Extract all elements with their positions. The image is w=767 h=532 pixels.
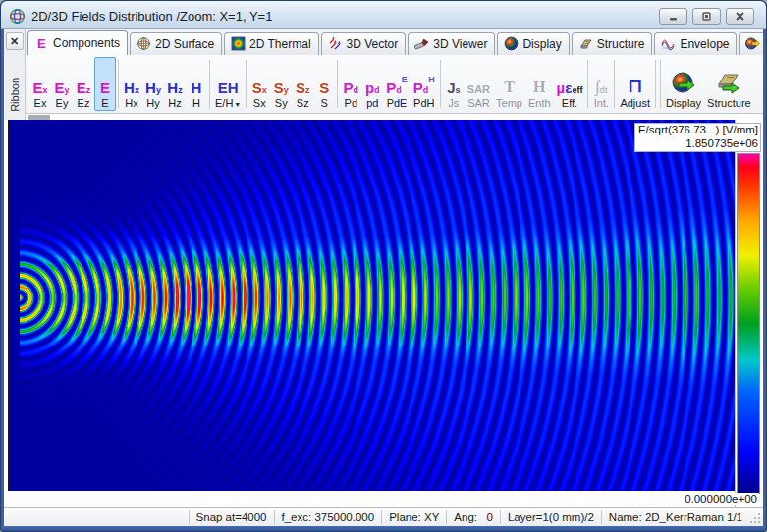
window-bottom-frame: [1, 526, 766, 532]
toolbar-button-sx[interactable]: SxSx: [248, 57, 270, 111]
toolbar-separator: [337, 60, 338, 108]
s-glyph: S: [319, 75, 329, 95]
tab-label: 3D Viewer: [433, 37, 487, 51]
toolbar-button-pd[interactable]: PdPd: [340, 57, 361, 111]
tab-3d-vector[interactable]: 3D Vector: [321, 32, 407, 55]
tab-3d-viewer[interactable]: 3D Viewer: [408, 32, 495, 55]
ex-glyph: Ex: [32, 75, 47, 95]
tab-envelope[interactable]: Envelope: [654, 32, 737, 55]
int-glyph: ∫dt: [595, 75, 608, 95]
toolbar-button-structure-view[interactable]: Structure: [704, 57, 754, 111]
pde-glyph: PdE: [386, 75, 408, 95]
toolbar-button-sy[interactable]: SySy: [270, 57, 292, 111]
temp-glyph: T: [504, 75, 515, 95]
toolbar-button-s[interactable]: SS: [313, 57, 335, 111]
tab-2d-thermal[interactable]: 2D Thermal: [224, 32, 318, 55]
toolbar-button-label: pd: [366, 97, 378, 109]
toolbar-button-eff[interactable]: µεeffEff.: [554, 57, 586, 111]
ribbon-label: Ribbon: [9, 78, 21, 112]
toolbar-separator: [660, 60, 661, 108]
toolbar-button-label: Js: [448, 97, 459, 109]
sar-glyph: SAR: [467, 75, 490, 95]
toolbar-button-sar: SARSAR: [465, 57, 493, 111]
structure-arrow-icon: [716, 72, 741, 95]
resize-grip[interactable]: [749, 510, 761, 524]
field-distribution-plot[interactable]: [8, 120, 736, 491]
toolbar-button-label: Hy: [146, 97, 159, 109]
vector-arrows-icon: [328, 36, 343, 51]
restore-icon: [701, 11, 712, 22]
toolbar-button-pd-lower[interactable]: pdpd: [361, 57, 383, 111]
e-glyph: E: [100, 75, 110, 95]
minimize-button[interactable]: [659, 8, 687, 25]
restore-button[interactable]: [692, 8, 721, 25]
colorbar-panel: [735, 120, 763, 507]
plot-area: E/sqrt(376.73...) [V/mm] 1.850735e+06 0.…: [4, 120, 763, 507]
tab-label: Envelope: [680, 37, 729, 51]
tab-structure[interactable]: Structure: [572, 32, 653, 55]
toolbar-separator: [246, 60, 247, 108]
tab-label: Structure: [597, 37, 645, 51]
window-controls: [659, 8, 754, 25]
toolbar-button-h[interactable]: HH: [186, 57, 207, 111]
toolbar-button-label: Structure: [707, 97, 751, 109]
toolbar-button-hz[interactable]: HzHz: [164, 57, 186, 111]
colorbar-max-value: 1.850735e+06: [638, 137, 758, 151]
toolbar-separator: [614, 60, 615, 108]
status-layer: Layer=1(0 mm)/2: [500, 510, 601, 524]
toolbar-button-eh[interactable]: EHE/H▼: [212, 57, 244, 111]
toolbar-button-pde[interactable]: PdEPdE: [383, 57, 411, 111]
close-button[interactable]: [726, 8, 754, 25]
surface-mesh-icon: [137, 36, 151, 51]
toolbar-button-temp: TTemp: [493, 57, 525, 111]
close-icon: [735, 11, 745, 22]
toolbar-button-ey[interactable]: EyEy: [51, 57, 73, 111]
toolbar-button-label: Ey: [56, 97, 69, 109]
components-e-icon: E: [34, 35, 49, 50]
toolbar-button-label: Int.: [594, 97, 609, 109]
toolbar-button-sz[interactable]: SzSz: [292, 57, 313, 111]
ribbon-close-button[interactable]: ✕: [6, 32, 24, 50]
toolbar-button-label: Sz: [297, 97, 309, 109]
pd-glyph: Pd: [344, 75, 359, 95]
status-bar: Snap at=4000f_exc: 375000.000Plane: XYAn…: [4, 507, 763, 526]
horizontal-scrollbar[interactable]: [26, 113, 763, 120]
toolbar-button-hy[interactable]: HyHy: [142, 57, 164, 111]
toolbar-button-display-view[interactable]: Display: [663, 57, 704, 111]
title-bar: 2D/3D Fields Distribution /Zoom: X=1, Y=…: [1, 1, 766, 29]
toolbar-button-label: Display: [666, 97, 701, 109]
status-name: Name: 2D_KerrRaman 1/1: [601, 510, 749, 524]
toolbar-button-ez[interactable]: EzEz: [73, 57, 94, 111]
ribbon-content: EComponents2D Surface2D Thermal3D Vector…: [26, 29, 763, 120]
thermal-icon: [231, 36, 246, 51]
ey-glyph: Ey: [54, 75, 69, 95]
sy-glyph: Sy: [274, 75, 289, 95]
toolbar-button-pdh[interactable]: PdHPdH: [411, 57, 438, 111]
toolbar-button-label: Sy: [275, 97, 288, 109]
hz-glyph: Hz: [167, 75, 182, 95]
tab-export[interactable]: Export: [739, 32, 763, 55]
pdh-glyph: PdH: [413, 75, 435, 95]
toolbar-button-ex[interactable]: ExEx: [29, 57, 51, 111]
toolbar-button-adjust[interactable]: ⊓Adjust: [617, 57, 653, 111]
toolbar-separator: [440, 60, 441, 108]
ribbon-panel: ✕ Ribbon: [4, 29, 26, 120]
display-arrow-icon: [671, 72, 696, 95]
tab-components[interactable]: EComponents: [27, 30, 128, 55]
status-f-exc: f_exc: 375000.000: [274, 510, 382, 524]
toolbar-button-hx[interactable]: HxHx: [121, 57, 142, 111]
toolbar: ExExEyEyEzEzEEHxHxHyHyHzHzHHEHE/H▼SxSxSy…: [26, 55, 763, 113]
colorbar-title: E/sqrt(376.73...) [V/mm]: [638, 124, 758, 137]
eff-glyph: µεeff: [557, 75, 583, 95]
toolbar-button-label: H: [192, 97, 200, 109]
status-angle: Ang: 0: [446, 510, 500, 524]
sz-glyph: Sz: [296, 75, 310, 95]
status-plane: Plane: XY: [381, 510, 446, 524]
enth-glyph: H: [533, 75, 545, 95]
tab-display[interactable]: Display: [497, 32, 569, 55]
tab-2d-surface[interactable]: 2D Surface: [130, 32, 222, 55]
chevron-down-icon: ▼: [234, 101, 241, 108]
toolbar-button-e[interactable]: EE: [94, 57, 116, 111]
pd-lower-glyph: pd: [365, 75, 380, 95]
status-snap: Snap at=4000: [189, 510, 274, 524]
